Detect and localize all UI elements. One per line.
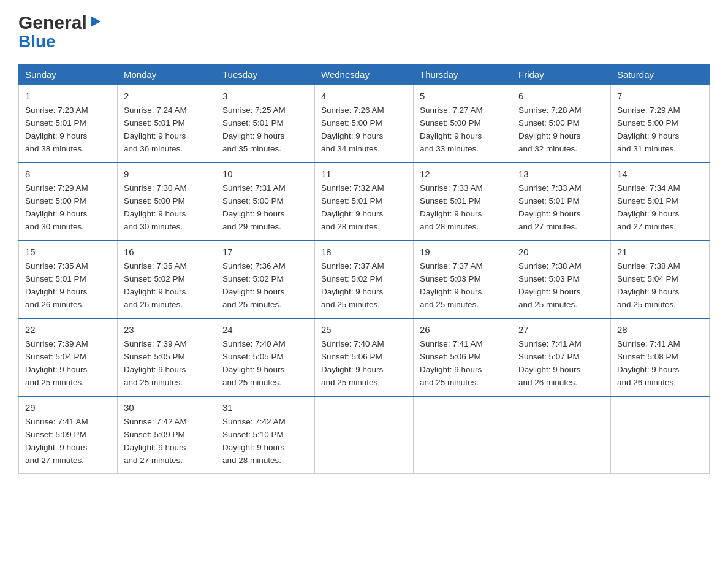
day-number: 18 bbox=[321, 245, 407, 259]
daylight-cont: and 25 minutes. bbox=[518, 300, 577, 309]
day-number: 6 bbox=[518, 89, 604, 103]
calendar-cell: 30 Sunrise: 7:42 AM Sunset: 5:09 PM Dayl… bbox=[118, 396, 216, 473]
sunset-info: Sunset: 5:09 PM bbox=[124, 430, 185, 439]
sunset-info: Sunset: 5:00 PM bbox=[321, 118, 382, 128]
calendar-week-row: 29 Sunrise: 7:41 AM Sunset: 5:09 PM Dayl… bbox=[19, 396, 710, 473]
calendar-cell: 3 Sunrise: 7:25 AM Sunset: 5:01 PM Dayli… bbox=[216, 85, 315, 163]
calendar-cell: 15 Sunrise: 7:35 AM Sunset: 5:01 PM Dayl… bbox=[19, 240, 118, 318]
sunrise-info: Sunrise: 7:31 AM bbox=[222, 183, 286, 193]
day-number: 1 bbox=[25, 89, 111, 103]
day-number: 24 bbox=[222, 323, 308, 337]
sunrise-info: Sunrise: 7:28 AM bbox=[518, 105, 582, 115]
sunset-info: Sunset: 5:09 PM bbox=[25, 430, 86, 439]
calendar-cell: 21 Sunrise: 7:38 AM Sunset: 5:04 PM Dayl… bbox=[611, 240, 710, 318]
calendar-cell: 25 Sunrise: 7:40 AM Sunset: 5:06 PM Dayl… bbox=[315, 318, 414, 396]
day-number: 3 bbox=[222, 89, 308, 103]
daylight-cont: and 33 minutes. bbox=[420, 144, 479, 153]
sunset-info: Sunset: 5:00 PM bbox=[222, 196, 284, 205]
sunrise-info: Sunrise: 7:41 AM bbox=[420, 339, 483, 348]
sunrise-info: Sunrise: 7:39 AM bbox=[25, 339, 88, 348]
daylight-info: Daylight: 9 hours bbox=[518, 209, 580, 218]
sunrise-info: Sunrise: 7:40 AM bbox=[222, 339, 286, 348]
day-number: 8 bbox=[25, 167, 111, 181]
day-number: 31 bbox=[222, 400, 308, 415]
sunrise-info: Sunrise: 7:26 AM bbox=[321, 105, 384, 115]
day-number: 30 bbox=[124, 400, 210, 415]
sunset-info: Sunset: 5:07 PM bbox=[518, 352, 580, 361]
daylight-cont: and 25 minutes. bbox=[222, 300, 281, 309]
day-number: 17 bbox=[222, 245, 308, 259]
daylight-cont: and 25 minutes. bbox=[321, 300, 380, 309]
calendar-cell: 24 Sunrise: 7:40 AM Sunset: 5:05 PM Dayl… bbox=[216, 318, 315, 396]
calendar-cell: 12 Sunrise: 7:33 AM Sunset: 5:01 PM Dayl… bbox=[414, 163, 512, 240]
sunset-info: Sunset: 5:01 PM bbox=[321, 196, 382, 205]
calendar-body: 1 Sunrise: 7:23 AM Sunset: 5:01 PM Dayli… bbox=[19, 85, 710, 474]
calendar-cell: 29 Sunrise: 7:41 AM Sunset: 5:09 PM Dayl… bbox=[19, 396, 118, 473]
calendar-header: SundayMondayTuesdayWednesdayThursdayFrid… bbox=[19, 64, 710, 85]
calendar-week-row: 1 Sunrise: 7:23 AM Sunset: 5:01 PM Dayli… bbox=[19, 85, 710, 163]
sunrise-info: Sunrise: 7:27 AM bbox=[420, 105, 483, 115]
day-number: 5 bbox=[420, 89, 506, 103]
daylight-cont: and 31 minutes. bbox=[617, 144, 676, 153]
sunrise-info: Sunrise: 7:39 AM bbox=[124, 339, 187, 348]
weekday-header-saturday: Saturday bbox=[611, 64, 710, 85]
day-number: 25 bbox=[321, 323, 407, 337]
daylight-cont: and 26 minutes. bbox=[617, 378, 676, 387]
daylight-cont: and 27 minutes. bbox=[518, 222, 577, 231]
daylight-info: Daylight: 9 hours bbox=[518, 365, 580, 374]
daylight-cont: and 34 minutes. bbox=[321, 144, 380, 153]
sunset-info: Sunset: 5:05 PM bbox=[124, 352, 185, 361]
svg-marker-0 bbox=[91, 16, 100, 27]
daylight-cont: and 25 minutes. bbox=[25, 378, 84, 387]
logo-general-text: General bbox=[18, 12, 87, 33]
calendar-cell: 4 Sunrise: 7:26 AM Sunset: 5:00 PM Dayli… bbox=[315, 85, 414, 163]
calendar-cell bbox=[414, 396, 512, 473]
daylight-info: Daylight: 9 hours bbox=[222, 443, 284, 452]
day-number: 11 bbox=[321, 167, 407, 181]
daylight-cont: and 32 minutes. bbox=[518, 144, 577, 153]
sunset-info: Sunset: 5:01 PM bbox=[420, 196, 481, 205]
daylight-info: Daylight: 9 hours bbox=[321, 365, 383, 374]
weekday-header-sunday: Sunday bbox=[19, 64, 118, 85]
daylight-cont: and 25 minutes. bbox=[124, 378, 183, 387]
calendar-cell: 27 Sunrise: 7:41 AM Sunset: 5:07 PM Dayl… bbox=[512, 318, 611, 396]
daylight-cont: and 27 minutes. bbox=[617, 222, 676, 231]
daylight-info: Daylight: 9 hours bbox=[518, 287, 580, 296]
daylight-info: Daylight: 9 hours bbox=[420, 365, 482, 374]
sunrise-info: Sunrise: 7:33 AM bbox=[420, 183, 483, 193]
daylight-cont: and 25 minutes. bbox=[222, 378, 281, 387]
daylight-info: Daylight: 9 hours bbox=[25, 209, 87, 218]
daylight-info: Daylight: 9 hours bbox=[321, 287, 383, 296]
sunset-info: Sunset: 5:02 PM bbox=[124, 274, 185, 283]
sunrise-info: Sunrise: 7:38 AM bbox=[617, 261, 680, 270]
daylight-info: Daylight: 9 hours bbox=[617, 131, 679, 140]
calendar-cell: 17 Sunrise: 7:36 AM Sunset: 5:02 PM Dayl… bbox=[216, 240, 315, 318]
sunrise-info: Sunrise: 7:34 AM bbox=[617, 183, 680, 193]
sunrise-info: Sunrise: 7:42 AM bbox=[222, 417, 286, 426]
sunset-info: Sunset: 5:02 PM bbox=[222, 274, 284, 283]
daylight-info: Daylight: 9 hours bbox=[617, 209, 679, 218]
daylight-info: Daylight: 9 hours bbox=[25, 131, 87, 140]
day-number: 16 bbox=[124, 245, 210, 259]
daylight-info: Daylight: 9 hours bbox=[124, 443, 186, 452]
day-number: 26 bbox=[420, 323, 506, 337]
logo-arrow-icon bbox=[88, 15, 102, 31]
sunrise-info: Sunrise: 7:41 AM bbox=[25, 417, 88, 426]
calendar-cell: 19 Sunrise: 7:37 AM Sunset: 5:03 PM Dayl… bbox=[414, 240, 512, 318]
calendar-cell: 22 Sunrise: 7:39 AM Sunset: 5:04 PM Dayl… bbox=[19, 318, 118, 396]
daylight-cont: and 27 minutes. bbox=[25, 456, 84, 465]
daylight-cont: and 28 minutes. bbox=[321, 222, 380, 231]
sunrise-info: Sunrise: 7:25 AM bbox=[222, 105, 286, 115]
sunset-info: Sunset: 5:06 PM bbox=[321, 352, 382, 361]
daylight-cont: and 25 minutes. bbox=[420, 300, 479, 309]
weekday-header-tuesday: Tuesday bbox=[216, 64, 315, 85]
sunset-info: Sunset: 5:00 PM bbox=[420, 118, 481, 128]
daylight-info: Daylight: 9 hours bbox=[124, 131, 186, 140]
day-number: 15 bbox=[25, 245, 111, 259]
daylight-info: Daylight: 9 hours bbox=[124, 287, 186, 296]
daylight-info: Daylight: 9 hours bbox=[617, 287, 679, 296]
daylight-cont: and 25 minutes. bbox=[321, 378, 380, 387]
sunset-info: Sunset: 5:10 PM bbox=[222, 430, 284, 439]
calendar-cell: 18 Sunrise: 7:37 AM Sunset: 5:02 PM Dayl… bbox=[315, 240, 414, 318]
day-number: 22 bbox=[25, 323, 111, 337]
